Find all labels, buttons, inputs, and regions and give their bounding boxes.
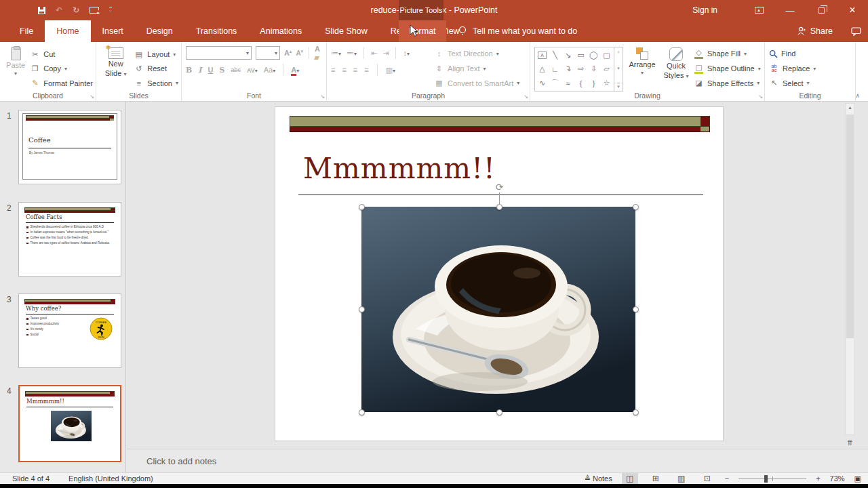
columns-button[interactable]: ▥▾ [386, 66, 395, 75]
bullets-button[interactable]: ≔▾ [331, 49, 341, 58]
copy-button[interactable]: ❐ Copy ▾ [30, 62, 93, 75]
slide-show-button[interactable]: ⊡ [699, 473, 715, 485]
shape-snip-corner[interactable]: ▱ [601, 63, 612, 75]
slide-canvas[interactable]: Mmmmmm!! ⟳ [275, 107, 723, 441]
justify-button[interactable]: ≡ [364, 66, 368, 74]
convert-to-smartart-button[interactable]: ▦ Convert to SmartArt ▾ [434, 76, 519, 90]
resize-handle-bottom-center[interactable] [496, 409, 502, 415]
shape-scribble[interactable]: ∿ [536, 77, 548, 89]
reset-button[interactable]: ↺ Reset [134, 62, 178, 75]
notes-placeholder[interactable]: Click to add notes [146, 456, 216, 466]
shapes-scroll-up-icon[interactable]: ▴ [617, 49, 620, 54]
normal-view-button[interactable]: ◫ [622, 473, 638, 485]
shape-fill-button[interactable]: ◇ Shape Fill ▾ [694, 47, 761, 61]
shape-text-box[interactable]: A [538, 52, 547, 59]
slide-title[interactable]: Mmmmmm!! [303, 152, 496, 185]
shape-rounded-rectangle[interactable]: ▢ [601, 49, 612, 61]
undo-icon[interactable]: ↶ [56, 5, 62, 15]
reading-view-button[interactable]: ▥ [673, 473, 690, 485]
character-spacing-button[interactable]: AV▾ [247, 66, 258, 74]
zoom-slider[interactable] [738, 479, 806, 479]
find-button[interactable]: Find [769, 47, 816, 61]
paste-button[interactable]: Paste ▾ [4, 45, 27, 90]
quick-styles-button[interactable]: Quick Styles ▾ [661, 45, 691, 90]
tab-design[interactable]: Design [135, 20, 184, 42]
shape-left-brace[interactable]: { [575, 77, 587, 89]
shape-elbow-arrow-connector[interactable]: ↴ [562, 63, 574, 75]
zoom-slider-thumb[interactable] [764, 475, 768, 483]
shape-triangle[interactable]: △ [536, 63, 548, 75]
tell-me-box[interactable]: Tell me what you want to do [458, 20, 577, 42]
scroll-up-icon[interactable]: ▴ [846, 104, 854, 110]
tab-home[interactable]: Home [45, 20, 90, 42]
coffee-picture[interactable] [361, 207, 635, 412]
clipboard-dialog-launcher-icon[interactable]: ↘ [90, 94, 94, 100]
font-dialog-launcher-icon[interactable]: ↘ [320, 94, 325, 100]
feedback-comment-icon[interactable] [851, 20, 861, 42]
ribbon-display-options-icon[interactable]: ▲ [743, 0, 774, 20]
shapes-scroll-down-icon[interactable]: ▾ [617, 66, 620, 71]
shape-effects-button[interactable]: ◪ Shape Effects ▾ [694, 76, 761, 90]
format-painter-button[interactable]: ✎ Format Painter [30, 77, 93, 90]
shape-arrow[interactable]: ↘ [562, 49, 574, 61]
text-direction-button[interactable]: ↕ Text Direction ▾ [434, 47, 519, 61]
increase-indent-button[interactable]: ⇥ [382, 49, 389, 58]
align-left-button[interactable]: ≡ [331, 66, 335, 74]
rotate-handle[interactable]: ⟳ [494, 182, 505, 193]
bold-button[interactable]: B [186, 66, 192, 75]
align-text-button[interactable]: ⇕ Align Text ▾ [434, 62, 519, 76]
arrange-button[interactable]: Arrange ▾ [626, 45, 658, 90]
slide-sorter-view-button[interactable]: ⊞ [648, 473, 664, 485]
scrollbar-thumb[interactable] [846, 115, 854, 338]
tab-slide-show[interactable]: Slide Show [313, 20, 379, 42]
minimize-button[interactable]: — [774, 0, 806, 20]
resize-handle-top-right[interactable] [633, 204, 639, 210]
restore-button[interactable] [806, 0, 837, 20]
customize-qat-icon[interactable]: ▾ [109, 7, 112, 14]
layout-button[interactable]: ▤ Layout ▾ [134, 47, 178, 61]
thumbnail-slide-3[interactable]: 3 Why coffee? Tastes good Improves produ… [18, 293, 123, 368]
shape-line[interactable]: ╲ [549, 49, 561, 61]
tab-format[interactable]: Format [399, 20, 446, 42]
font-size-combobox[interactable]: ▾ [256, 46, 280, 60]
drawing-dialog-launcher-icon[interactable]: ↘ [758, 94, 763, 100]
decrease-font-size-button[interactable]: A▾ [296, 49, 303, 57]
cut-button[interactable]: ✂ Cut [30, 47, 93, 61]
tab-animations[interactable]: Animations [248, 20, 313, 42]
sign-in-button[interactable]: Sign in [692, 5, 717, 15]
tab-insert[interactable]: Insert [91, 20, 135, 42]
shape-star[interactable]: ☆ [601, 77, 612, 89]
fit-to-window-icon[interactable]: ▣ [854, 474, 861, 483]
vertical-scrollbar[interactable]: ▴ [845, 103, 855, 435]
shape-right-arrow[interactable]: ⇨ [575, 63, 587, 75]
shape-oval[interactable]: ◯ [588, 49, 599, 61]
previous-slide-button[interactable]: ⇈ [847, 439, 852, 447]
font-color-button[interactable]: A▾ [291, 66, 299, 74]
shape-rectangle[interactable]: ▭ [575, 49, 587, 61]
select-button[interactable]: ↖ Select ▾ [769, 76, 816, 90]
shape-down-arrow[interactable]: ⇩ [588, 63, 599, 75]
save-icon[interactable] [38, 7, 45, 14]
thumbnail-slide-4-selected[interactable]: 4 Mmmmmm!! [18, 385, 123, 462]
change-case-button[interactable]: Aa▾ [264, 66, 275, 74]
collapse-ribbon-icon[interactable]: ∧ [855, 92, 860, 99]
close-button[interactable]: × [837, 0, 868, 20]
text-shadow-button[interactable]: S [219, 66, 224, 75]
clear-formatting-button[interactable]: A [315, 45, 323, 61]
align-right-button[interactable]: ≡ [353, 66, 357, 74]
line-spacing-button[interactable]: ↕▾ [403, 49, 410, 57]
resize-handle-top-center[interactable] [496, 204, 502, 210]
new-slide-button[interactable]: New Slide ▾ [100, 45, 131, 90]
thumbnail-slide-1[interactable]: 1 Coffee By James Thomas [18, 110, 123, 184]
shapes-gallery[interactable]: A ╲ ↘ ▭ ◯ ▢ △ ∟ ↴ ⇨ ⇩ ▱ ∿ ⌒ ≈ { } ☆ [534, 47, 614, 92]
resize-handle-bottom-right[interactable] [633, 409, 639, 415]
tab-file[interactable]: File [8, 20, 45, 42]
shape-arc[interactable]: ⌒ [549, 77, 561, 89]
resize-handle-middle-left[interactable] [359, 306, 365, 312]
section-button[interactable]: ≡ Section ▾ [134, 77, 178, 90]
notes-pane[interactable]: Click to add notes [127, 449, 868, 472]
replace-button[interactable]: abac Replace ▾ [769, 62, 816, 76]
zoom-in-button[interactable]: + [816, 474, 820, 483]
notes-toggle[interactable]: ≜ Notes [585, 474, 612, 483]
share-button[interactable]: Share [797, 20, 833, 42]
